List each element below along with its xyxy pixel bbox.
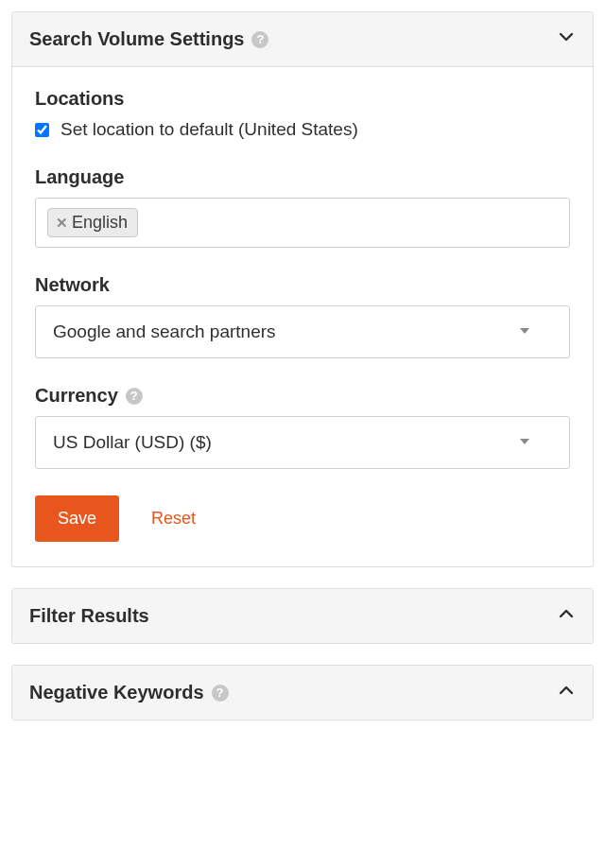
- search-volume-settings-header[interactable]: Search Volume Settings ?: [12, 12, 593, 67]
- panel-title: Negative Keywords ?: [29, 682, 229, 703]
- currency-value: US Dollar (USD) ($): [53, 432, 212, 453]
- help-icon[interactable]: ?: [212, 685, 229, 702]
- caret-down-icon: [518, 432, 531, 453]
- close-icon[interactable]: ✕: [56, 216, 68, 230]
- chevron-up-icon: [557, 604, 576, 628]
- panel-title-text: Filter Results: [29, 605, 149, 627]
- currency-select[interactable]: US Dollar (USD) ($): [35, 416, 570, 469]
- language-input[interactable]: ✕ English: [35, 198, 570, 248]
- currency-label: Currency ?: [35, 385, 570, 407]
- panel-title: Filter Results: [29, 605, 149, 627]
- location-default-row[interactable]: Set location to default (United States): [35, 119, 570, 140]
- location-default-text: Set location to default (United States): [60, 119, 358, 140]
- reset-button[interactable]: Reset: [151, 509, 196, 529]
- negative-keywords-header[interactable]: Negative Keywords ?: [12, 666, 593, 720]
- help-icon[interactable]: ?: [251, 31, 268, 48]
- location-default-checkbox[interactable]: [35, 123, 49, 137]
- panel-title-text: Negative Keywords: [29, 682, 204, 703]
- button-row: Save Reset: [35, 495, 570, 542]
- network-label: Network: [35, 274, 570, 296]
- chevron-down-icon: [557, 27, 576, 51]
- chevron-up-icon: [557, 681, 576, 704]
- network-select[interactable]: Google and search partners: [35, 305, 570, 358]
- help-icon[interactable]: ?: [126, 388, 143, 405]
- locations-label: Locations: [35, 88, 570, 110]
- currency-label-text: Currency: [35, 385, 118, 407]
- language-tag: ✕ English: [47, 208, 138, 237]
- filter-results-header[interactable]: Filter Results: [12, 589, 593, 643]
- network-value: Google and search partners: [53, 321, 276, 342]
- negative-keywords-panel: Negative Keywords ?: [11, 665, 594, 720]
- caret-down-icon: [518, 321, 531, 342]
- language-label: Language: [35, 166, 570, 188]
- panel-title: Search Volume Settings ?: [29, 28, 268, 50]
- search-volume-settings-panel: Search Volume Settings ? Locations Set l…: [11, 11, 594, 567]
- panel-title-text: Search Volume Settings: [29, 28, 244, 50]
- save-button[interactable]: Save: [35, 495, 119, 542]
- filter-results-panel: Filter Results: [11, 588, 594, 644]
- panel-body: Locations Set location to default (Unite…: [12, 67, 593, 566]
- language-tag-text: English: [72, 213, 128, 233]
